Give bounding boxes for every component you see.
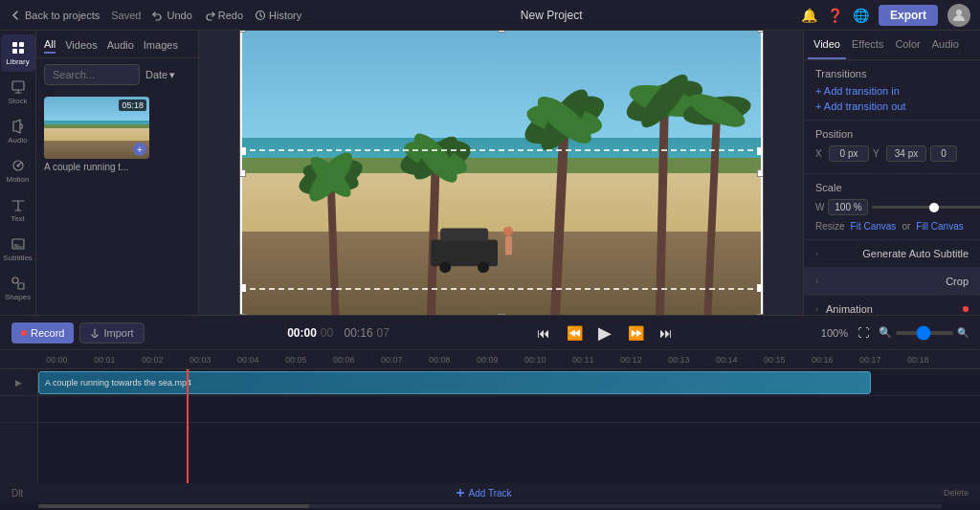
tab-effects[interactable]: Effects xyxy=(846,31,889,59)
x-input[interactable] xyxy=(829,145,869,162)
crop-label: Crop xyxy=(946,276,969,287)
add-track-label: Add Track xyxy=(469,488,512,499)
tab-videos[interactable]: Videos xyxy=(65,37,97,53)
ruler-15: 00:15 xyxy=(764,355,786,365)
sidebar-item-library[interactable]: Library xyxy=(1,34,35,72)
subtitles-label: Subtitles xyxy=(3,254,33,262)
globe-button[interactable]: 🌐 xyxy=(853,8,869,23)
timeline-body: ▶ A couple running towards the sea.mp4 xyxy=(0,369,980,483)
redo-label: Redo xyxy=(218,10,243,21)
clip-label: A couple running towards the sea.mp4 xyxy=(45,378,191,388)
ruler-06: 00:06 xyxy=(333,355,355,365)
sidebar-item-audio[interactable]: Audio xyxy=(1,113,35,150)
import-button[interactable]: Import xyxy=(79,322,144,344)
playhead[interactable] xyxy=(187,369,189,483)
add-transition-out-button[interactable]: + Add transition out xyxy=(815,100,969,112)
undo-button[interactable]: Undo xyxy=(152,10,191,21)
notification-button[interactable]: 🔔 xyxy=(801,8,817,23)
timeline-ruler: 00:00 00:01 00:02 00:03 00:04 00:05 00:0… xyxy=(0,350,980,369)
media-grid: 05:18 + A couple running t... xyxy=(36,91,198,178)
step-back-button[interactable]: ⏪ xyxy=(563,322,586,344)
tab-images[interactable]: Images xyxy=(144,37,178,53)
svg-rect-6 xyxy=(12,81,24,90)
fill-canvas-button[interactable]: Fill Canvas xyxy=(916,221,963,232)
add-track-button[interactable]: Add Track xyxy=(456,488,512,499)
resize-row: Resize Fit Canvas or Fill Canvas xyxy=(815,221,969,232)
avatar-icon xyxy=(951,8,967,23)
scrollbar-thumb[interactable] xyxy=(38,504,309,508)
saved-label: Saved xyxy=(111,10,141,21)
video-canvas xyxy=(239,31,764,315)
date-filter-button[interactable]: Date ▾ xyxy=(145,69,175,81)
crop-handle-bl[interactable] xyxy=(239,284,246,292)
sidebar-item-motion[interactable]: Motion xyxy=(1,152,35,189)
tab-video[interactable]: Video xyxy=(808,31,846,59)
stock-icon xyxy=(11,79,26,95)
record-button[interactable]: Record xyxy=(11,322,74,344)
resize-label: Resize xyxy=(815,221,845,232)
add-transition-in-button[interactable]: + Add transition in xyxy=(815,85,969,97)
back-button[interactable]: Back to projects xyxy=(10,10,100,21)
position-row: X Y xyxy=(815,145,969,162)
sidebar-item-shapes[interactable]: Shapes xyxy=(1,270,35,307)
library-panel: All Videos Audio Images Date ▾ xyxy=(36,31,199,315)
shapes-label: Shapes xyxy=(5,293,31,301)
y-label: Y xyxy=(873,148,882,159)
export-button[interactable]: Export xyxy=(879,5,938,26)
sidebar-item-text[interactable]: Text xyxy=(1,191,35,229)
redo-button[interactable]: Redo xyxy=(204,10,243,21)
timeline-tracks: A couple running towards the sea.mp4 xyxy=(38,369,980,483)
x-label: X xyxy=(815,148,825,159)
transitions-label: Transitions xyxy=(815,68,866,79)
tab-all[interactable]: All xyxy=(44,36,56,54)
tab-audio[interactable]: Audio xyxy=(926,31,965,59)
play-pause-button[interactable]: ▶ xyxy=(593,322,616,344)
record-label: Record xyxy=(31,327,64,339)
ruler-18: 00:18 xyxy=(907,355,929,365)
video-clip[interactable]: A couple running towards the sea.mp4 xyxy=(38,371,871,394)
y-input[interactable] xyxy=(886,145,926,162)
sidebar-item-stock[interactable]: Stock xyxy=(1,74,35,111)
crop-handle-tl[interactable] xyxy=(239,147,246,155)
skip-to-start-button[interactable]: ⏮ xyxy=(532,322,555,344)
scale-header: Scale xyxy=(815,182,969,193)
generate-subtitle-section[interactable]: › Generate Auto Subtitle xyxy=(804,240,980,268)
animation-section[interactable]: › Animation xyxy=(804,296,980,315)
search-input[interactable] xyxy=(44,64,140,85)
fullscreen-button[interactable]: ⛶ xyxy=(852,322,875,344)
scale-slider[interactable] xyxy=(872,206,980,209)
crop-handle-br[interactable] xyxy=(757,284,764,292)
track-label-empty xyxy=(0,396,37,423)
svg-rect-3 xyxy=(19,42,24,47)
svg-point-11 xyxy=(12,277,18,283)
animation-chevron-icon: › xyxy=(815,304,818,314)
tab-color[interactable]: Color xyxy=(889,31,925,59)
crop-handle-tr[interactable] xyxy=(757,147,764,155)
fit-canvas-button[interactable]: Fit Canvas xyxy=(851,221,897,232)
zoom-slider[interactable] xyxy=(896,331,953,335)
tab-audio[interactable]: Audio xyxy=(107,37,134,53)
crop-section[interactable]: › Crop xyxy=(804,268,980,296)
add-to-timeline-icon[interactable]: + xyxy=(133,143,146,156)
history-button[interactable]: History xyxy=(255,10,301,21)
position-header: Position xyxy=(815,128,969,140)
record-import-buttons: Record Import xyxy=(11,322,145,344)
ruler-10: 00:10 xyxy=(524,355,546,365)
video-track-row: A couple running towards the sea.mp4 xyxy=(38,369,980,396)
timeline-bottom-bar: Dlt Add Track Delete xyxy=(0,483,980,502)
skip-to-end-button[interactable]: ⏭ xyxy=(655,322,678,344)
stock-label: Stock xyxy=(8,97,27,105)
position-label: Position xyxy=(815,128,853,140)
step-forward-button[interactable]: ⏩ xyxy=(624,322,647,344)
playback-controls: ⏮ ⏪ ▶ ⏩ ⏭ xyxy=(532,322,678,344)
z-input[interactable] xyxy=(930,145,957,162)
topbar-left: Back to projects Saved Undo Redo History xyxy=(10,10,301,21)
topbar: Back to projects Saved Undo Redo History… xyxy=(0,0,980,31)
width-scale-input[interactable] xyxy=(828,199,868,215)
import-icon xyxy=(90,328,100,338)
ruler-start: 00:00 xyxy=(46,355,68,365)
media-thumbnail[interactable]: 05:18 + A couple running t... xyxy=(44,97,190,172)
question-button[interactable]: ❓ xyxy=(827,8,843,23)
svg-rect-5 xyxy=(19,49,24,54)
sidebar-item-subtitles[interactable]: Subtitles xyxy=(1,231,35,268)
